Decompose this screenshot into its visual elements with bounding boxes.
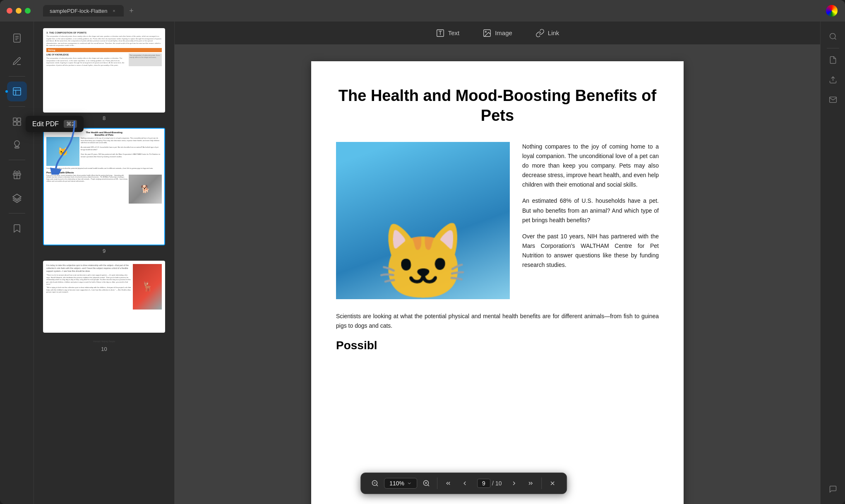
- sidebar-divider-3: [9, 160, 25, 160]
- zoom-out-button[interactable]: [367, 476, 382, 491]
- link-tool-label: Link: [548, 29, 559, 36]
- search-button[interactable]: [825, 28, 841, 45]
- zoom-value: 110%: [389, 480, 404, 487]
- link-tool-button[interactable]: Link: [531, 26, 564, 40]
- thumbnail-frame-10[interactable]: It is today to take this subjective quiz…: [43, 261, 165, 333]
- prev-page-button[interactable]: [457, 476, 472, 491]
- svg-rect-11: [15, 147, 19, 148]
- image-tool-button[interactable]: Image: [478, 26, 517, 40]
- sidebar-icon-bookmark[interactable]: [7, 218, 27, 238]
- link-tool-icon: [535, 29, 545, 38]
- thumb10-content: It is today to take this subjective quiz…: [44, 262, 164, 332]
- tab-title: samplePDF-lock-Flatten: [50, 8, 107, 14]
- thumbnail-item-8[interactable]: 3. THE COMPOSITION OF POINTS The composi…: [39, 28, 169, 121]
- thumb8-orange-bar: String: [46, 48, 162, 52]
- sidebar-icon-edit[interactable]: [7, 82, 27, 101]
- close-button[interactable]: [7, 8, 12, 14]
- pdf-viewer: Text Image Link The Heal: [175, 22, 820, 504]
- svg-marker-14: [13, 194, 21, 199]
- zoom-display[interactable]: 110%: [384, 478, 417, 489]
- close-bar-button[interactable]: [545, 476, 560, 491]
- pdf-toolbar: Text Image Link: [175, 22, 820, 45]
- zoom-in-button[interactable]: [419, 476, 434, 491]
- active-indicator: [5, 90, 8, 93]
- text-tool-button[interactable]: Text: [431, 26, 465, 40]
- right-sidebar: [820, 22, 845, 504]
- pdf-two-col-section: 🐱 Nothing compares to the joy of coming …: [336, 142, 659, 299]
- email-button[interactable]: [825, 91, 841, 108]
- sidebar-icon-pages[interactable]: [7, 112, 27, 132]
- sidebar-divider-2: [9, 106, 25, 107]
- sidebar-icon-gift[interactable]: [7, 165, 27, 185]
- page-separator: /: [492, 480, 494, 487]
- last-page-button[interactable]: [523, 476, 538, 491]
- page-number-input[interactable]: [477, 479, 490, 488]
- sidebar-icon-document[interactable]: [7, 28, 27, 48]
- pdf-page: The Health and Mood-Boosting Benefits of…: [311, 61, 684, 504]
- page-total: 10: [495, 480, 502, 487]
- thumb8-title: 3. THE COMPOSITION OF POINTS: [46, 31, 162, 34]
- left-sidebar: [0, 22, 34, 504]
- svg-rect-9: [13, 122, 17, 125]
- sidebar-icon-pen[interactable]: [7, 51, 27, 71]
- svg-rect-8: [17, 118, 21, 121]
- svg-line-24: [377, 485, 378, 486]
- app-icon: [825, 4, 838, 17]
- image-tool-label: Image: [495, 29, 512, 36]
- svg-line-28: [428, 485, 429, 486]
- tooltip-arrow: [50, 117, 83, 176]
- sidebar-divider-4: [9, 213, 25, 214]
- first-page-button[interactable]: [441, 476, 456, 491]
- pdf-body-para: Scientists are looking at what the poten…: [336, 312, 659, 331]
- bar-divider-2: [541, 478, 542, 489]
- thumbnail-frame-8[interactable]: 3. THE COMPOSITION OF POINTS The composi…: [43, 28, 165, 113]
- svg-point-18: [485, 31, 487, 32]
- titlebar: samplePDF-lock-Flatten × +: [0, 0, 845, 22]
- rainbow-icon: [826, 5, 838, 17]
- pdf-section-title: Possible Health Effects: [336, 339, 659, 352]
- pdf-para2: An estimated 68% of U.S. households have…: [522, 196, 659, 225]
- bar-divider-1: [437, 478, 437, 489]
- tab-bar: samplePDF-lock-Flatten × +: [43, 5, 137, 17]
- pdf-info-button[interactable]: [825, 52, 841, 68]
- export-button[interactable]: [825, 72, 841, 88]
- active-tab[interactable]: samplePDF-lock-Flatten ×: [43, 5, 124, 17]
- maximize-button[interactable]: [25, 8, 31, 14]
- sidebar-icon-layers[interactable]: [7, 188, 27, 208]
- right-divider-1: [827, 48, 839, 48]
- bottom-bar: 110% / 10: [360, 473, 567, 494]
- page-display: / 10: [474, 479, 505, 488]
- sidebar-divider-1: [9, 76, 25, 77]
- text-tool-label: Text: [448, 29, 460, 36]
- minimize-button[interactable]: [16, 8, 22, 14]
- pdf-text-block: Nothing compares to the joy of coming ho…: [522, 142, 659, 299]
- text-tool-icon: [436, 29, 445, 38]
- svg-rect-4: [13, 88, 21, 95]
- thumbnail-panel: 3. THE COMPOSITION OF POINTS The composi…: [34, 22, 175, 504]
- sidebar-icon-stamp[interactable]: [7, 135, 27, 155]
- svg-line-20: [834, 38, 836, 40]
- pdf-content-area[interactable]: The Health and Mood-Boosting Benefits of…: [175, 45, 820, 504]
- svg-rect-7: [13, 118, 17, 121]
- svg-rect-10: [17, 122, 21, 125]
- tab-add-button[interactable]: +: [125, 5, 137, 17]
- pdf-para1: Nothing compares to the joy of coming ho…: [522, 142, 659, 190]
- page-number-10: 10: [101, 346, 107, 352]
- thumb8-content: 3. THE COMPOSITION OF POINTS The composi…: [44, 29, 164, 112]
- page-number-9: 9: [103, 248, 106, 254]
- thumb10-reindeer-image: 🦌: [133, 264, 162, 310]
- pdf-para3: Over the past 10 years, NIH has partnere…: [522, 232, 659, 270]
- svg-point-19: [830, 34, 835, 39]
- image-tool-icon: [483, 29, 492, 38]
- cat-photo: 🐱: [336, 142, 510, 299]
- thumbnail-item-10[interactable]: It is today to take this subjective quiz…: [39, 261, 169, 352]
- next-page-button[interactable]: [507, 476, 521, 491]
- traffic-lights: [7, 8, 31, 14]
- pdf-title: The Health and Mood-Boosting Benefits of…: [336, 86, 659, 125]
- tab-close-button[interactable]: ×: [110, 7, 117, 14]
- page-number-8: 8: [103, 115, 106, 121]
- chat-button[interactable]: [825, 481, 841, 497]
- main-area: 3. THE COMPOSITION OF POINTS The composi…: [0, 22, 845, 504]
